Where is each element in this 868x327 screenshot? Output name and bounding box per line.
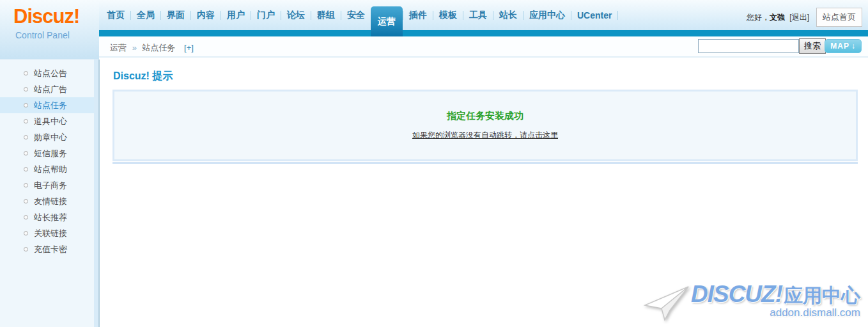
nav-tab[interactable]: 应用中心 xyxy=(523,0,571,30)
sidebar-item[interactable]: 勋章中心 xyxy=(0,129,94,145)
watermark: DISCUZ! 应用中心 addon.dismall.com xyxy=(644,281,860,322)
sidebar-item-label: 站点帮助 xyxy=(34,164,67,175)
greeting-text: 您好， xyxy=(747,13,770,22)
bullet-icon xyxy=(24,103,28,108)
watermark-suffix: 应用中心 xyxy=(784,283,860,309)
sidebar-item[interactable]: 关联链接 xyxy=(0,225,94,241)
sidebar-item-label: 充值卡密 xyxy=(34,244,67,255)
logo: Discuz! xyxy=(13,5,79,28)
sidebar-item-label: 站点广告 xyxy=(34,84,67,95)
sidebar-item-label: 勋章中心 xyxy=(34,132,67,143)
breadcrumb-separator: » xyxy=(132,43,137,52)
sidebar-item[interactable]: 道具中心 xyxy=(0,113,94,129)
sidebar-menu: 站点公告 站点广告 站点任务 道具中心 勋章中心 xyxy=(0,60,94,257)
nav-tab[interactable]: 站长 xyxy=(493,0,523,30)
bullet-icon xyxy=(24,87,28,92)
paper-plane-icon xyxy=(644,285,690,322)
nav-tab[interactable]: 论坛 xyxy=(281,0,311,30)
nav-tab[interactable]: 运营 xyxy=(371,6,403,36)
sidebar-item[interactable]: 站点帮助 xyxy=(0,161,94,177)
sidebar-item-label: 友情链接 xyxy=(34,196,67,207)
sidebar-item-label: 站长推荐 xyxy=(34,212,67,223)
username: 文強 xyxy=(770,13,785,22)
search-button[interactable]: 搜索 xyxy=(799,38,826,54)
sidebar-item[interactable]: 站长推荐 xyxy=(0,209,94,225)
sidebar-item-label: 电子商务 xyxy=(34,180,67,191)
nav-tab[interactable]: 用户 xyxy=(221,0,251,30)
sidebar-item[interactable]: 站点任务 xyxy=(0,97,94,113)
breadcrumb-add-toggle[interactable]: [+] xyxy=(184,43,194,52)
sidebar-item-label: 关联链接 xyxy=(34,228,67,239)
bullet-icon xyxy=(24,135,28,140)
bullet-icon xyxy=(24,71,28,76)
sidebar-item-label: 道具中心 xyxy=(34,116,67,127)
search-input[interactable] xyxy=(698,39,799,53)
watermark-text: DISCUZ! 应用中心 addon.dismall.com xyxy=(691,281,860,319)
breadcrumb-bar: 运营 » 站点任务 [+] 搜索 MAP ↓ xyxy=(99,36,868,58)
sidebar-item[interactable]: 站点公告 xyxy=(0,65,94,81)
nav-tab[interactable]: 群组 xyxy=(311,0,341,30)
bullet-icon xyxy=(24,231,28,235)
bullet-icon xyxy=(24,167,28,171)
map-arrow-icon: ↓ xyxy=(851,42,856,51)
notice-title: 指定任务安装成功 xyxy=(447,110,523,122)
sidebar-item-label: 站点任务 xyxy=(34,100,67,111)
nav-tab[interactable]: 插件 xyxy=(403,0,433,30)
logo-subtitle: Control Panel xyxy=(15,30,70,40)
notice-box: 指定任务安装成功 如果您的浏览器没有自动跳转，请点击这里 xyxy=(112,90,858,161)
user-bar: 您好，文強 [退出] xyxy=(747,12,809,23)
map-button[interactable]: MAP ↓ xyxy=(825,39,862,53)
sidebar-item[interactable]: 电子商务 xyxy=(0,177,94,193)
watermark-domain: addon.dismall.com xyxy=(770,307,860,319)
map-button-label: MAP xyxy=(830,42,849,51)
sidebar-item[interactable]: 站点广告 xyxy=(0,81,94,97)
top-navigation: 首页 全局 界面 内容 用户 门户 论坛 群组 安全 运营 插件 模板 工具 站… xyxy=(101,0,618,36)
main-content: Discuz! 提示 指定任务安装成功 如果您的浏览器没有自动跳转，请点击这里 … xyxy=(100,58,868,327)
bullet-icon xyxy=(24,215,28,219)
nav-tab[interactable]: UCenter xyxy=(571,0,618,30)
breadcrumb: 运营 » 站点任务 [+] xyxy=(110,42,194,54)
nav-tab[interactable]: 全局 xyxy=(130,0,160,30)
nav-tab[interactable]: 界面 xyxy=(160,0,190,30)
sidebar: 站点公告 站点广告 站点任务 道具中心 勋章中心 xyxy=(0,60,94,327)
breadcrumb-level2[interactable]: 站点任务 xyxy=(142,43,175,52)
bullet-icon xyxy=(24,247,28,251)
bullet-icon xyxy=(24,183,28,187)
site-home-button[interactable]: 站点首页 xyxy=(816,8,862,27)
sidebar-item-label: 短信服务 xyxy=(34,148,67,159)
bullet-icon xyxy=(24,119,28,124)
nav-tab[interactable]: 内容 xyxy=(190,0,221,30)
nav-tab[interactable]: 安全 xyxy=(341,0,371,30)
sidebar-item[interactable]: 友情链接 xyxy=(0,193,94,209)
logout-link[interactable]: [退出] xyxy=(789,13,809,22)
nav-tab[interactable]: 工具 xyxy=(463,0,493,30)
nav-tab[interactable]: 首页 xyxy=(101,0,130,30)
nav-tab[interactable]: 门户 xyxy=(251,0,281,30)
content-divider xyxy=(112,162,858,164)
sidebar-item-label: 站点公告 xyxy=(34,68,67,79)
breadcrumb-level1[interactable]: 运营 xyxy=(110,43,127,52)
sidebar-strip xyxy=(94,60,98,327)
sidebar-item[interactable]: 短信服务 xyxy=(0,145,94,161)
nav-tab[interactable]: 模板 xyxy=(433,0,463,30)
watermark-brand: DISCUZ! xyxy=(691,281,782,308)
bullet-icon xyxy=(24,151,28,156)
bullet-icon xyxy=(24,199,28,203)
sidebar-item[interactable]: 充值卡密 xyxy=(0,241,94,257)
logo-area: Discuz! Control Panel xyxy=(0,0,99,60)
page-title: Discuz! 提示 xyxy=(113,70,868,83)
redirect-link[interactable]: 如果您的浏览器没有自动跳转，请点击这里 xyxy=(412,130,558,141)
